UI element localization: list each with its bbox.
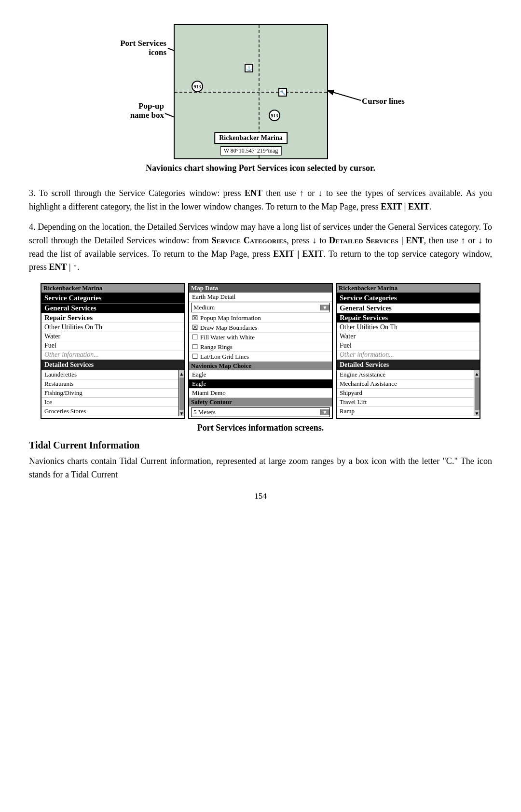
coords-box: W 80°10.547' 219°mag: [220, 146, 282, 155]
safety-header: Safety Contour: [189, 398, 332, 406]
panel-right: Rickenbacker Marina Service Categories G…: [336, 283, 480, 419]
svg-text:Pop-up: Pop-up: [138, 101, 164, 111]
road-label-2: 913: [269, 110, 280, 121]
safety-value: 5 Meters: [192, 408, 320, 417]
checkbox-popup-icon: [192, 314, 198, 322]
panel-left-item-water[interactable]: Water: [41, 332, 184, 341]
body-paragraph-2: 4. Depending on the location, the Detail…: [29, 221, 492, 275]
panels-caption: Port Services information screens.: [29, 423, 492, 433]
panel-right-item-water[interactable]: Water: [337, 332, 480, 341]
panel-middle-checkbox-2[interactable]: Draw Map Boundaries: [189, 323, 332, 333]
panel-right-header: Service Categories: [337, 293, 480, 304]
panel-left-detail-3[interactable]: Fishing/Diving: [41, 389, 178, 398]
port-service-icon-2: 🔧: [278, 88, 287, 97]
marina-name-box: Rickenbacker Marina: [214, 132, 288, 144]
checkbox-lat-label: Lat/Lon Grid Lines: [200, 353, 249, 361]
panel-left-scrollbar[interactable]: ▲ ▼: [178, 370, 184, 416]
panel-middle-earth-select[interactable]: Medium ▼: [191, 303, 330, 312]
panel-right-item-other2: Other information...: [337, 350, 480, 360]
panel-left-detail-5[interactable]: Groceries Stores: [41, 407, 178, 416]
panel-left-item-general[interactable]: General Services: [41, 304, 184, 313]
panel-left-item-other2: Other information...: [41, 350, 184, 360]
panels-wrapper: Rickenbacker Marina Service Categories G…: [29, 283, 492, 419]
scroll-right-down-arrow[interactable]: ▼: [475, 411, 480, 416]
checkbox-draw-icon: [192, 323, 198, 332]
panel-right-scrollbar[interactable]: ▲ ▼: [474, 370, 480, 416]
panel-left-detail-1[interactable]: Launderettes: [41, 370, 178, 379]
panel-middle-earth-value: Medium: [192, 303, 320, 312]
svg-line-7: [328, 91, 361, 100]
panel-left-header: Service Categories: [41, 293, 184, 304]
page-number: 154: [29, 491, 492, 501]
panel-left-detailed-header: Detailed Services: [41, 360, 184, 370]
panel-right-item-general[interactable]: General Services: [337, 304, 480, 313]
checkbox-range-icon: [192, 343, 198, 351]
scroll-up-arrow[interactable]: ▲: [179, 371, 184, 377]
panel-right-bottom-list: Engine Assistance Mechanical Assistance …: [337, 370, 480, 416]
navionics-item-3[interactable]: Miami Demo: [189, 389, 332, 398]
panel-left-item-other[interactable]: Other Utilities On Th: [41, 323, 184, 332]
panel-left-detail-4[interactable]: Ice: [41, 398, 178, 407]
panel-left-item-repair[interactable]: Repair Services: [41, 313, 184, 323]
panel-right-item-fuel[interactable]: Fuel: [337, 341, 480, 350]
svg-text:name box: name box: [130, 111, 165, 120]
panel-middle: Map Data Earth Map Detail Medium ▼ Popup…: [188, 283, 333, 419]
tidal-heading: Tidal Current Information: [29, 440, 492, 451]
panel-middle-checkbox-4[interactable]: Range Rings: [189, 342, 332, 352]
panel-right-detail-5[interactable]: Ramp: [337, 407, 474, 416]
scroll-down-arrow[interactable]: ▼: [179, 411, 184, 416]
svg-text:Cursor lines: Cursor lines: [362, 97, 405, 106]
diagram-caption: Navionics chart showing Port Services ic…: [146, 163, 375, 173]
safety-select[interactable]: 5 Meters ▼: [191, 407, 330, 417]
svg-text:icons: icons: [149, 48, 166, 57]
diagram-section: Port Services icons Pop-up name box Curs…: [29, 19, 492, 178]
body-paragraph-1: 3. To scroll through the Service Categor…: [29, 187, 492, 214]
scroll-right-up-arrow[interactable]: ▲: [475, 371, 480, 377]
panel-left-detailed-items: Launderettes Restaurants Fishing/Diving …: [41, 370, 178, 416]
panel-middle-checkbox-3[interactable]: Fill Water with White: [189, 333, 332, 342]
panel-right-detail-2[interactable]: Mechanical Assistance: [337, 379, 474, 389]
panel-right-detailed-header: Detailed Services: [337, 360, 480, 370]
panel-right-item-other[interactable]: Other Utilities On Th: [337, 323, 480, 332]
panel-middle-checkbox-5[interactable]: Lat/Lon Grid Lines: [189, 352, 332, 362]
tidal-body: Navionics charts contain Tidal Current i…: [29, 455, 492, 482]
panel-right-detail-4[interactable]: Travel Lift: [337, 398, 474, 407]
panel-left-title: Rickenbacker Marina: [41, 284, 184, 293]
panel-right-detailed-items: Engine Assistance Mechanical Assistance …: [337, 370, 474, 416]
diagram-container: Port Services icons Pop-up name box Curs…: [92, 19, 429, 159]
panel-left-detail-2[interactable]: Restaurants: [41, 379, 178, 389]
panel-middle-checkbox-1[interactable]: Popup Map Information: [189, 313, 332, 323]
panel-right-title: Rickenbacker Marina: [337, 284, 480, 293]
panel-right-detail-3[interactable]: Shipyard: [337, 389, 474, 398]
panel-left-item-fuel[interactable]: Fuel: [41, 341, 184, 350]
panel-right-detail-1[interactable]: Engine Assistance: [337, 370, 474, 379]
checkbox-draw-label: Draw Map Boundaries: [200, 324, 257, 332]
svg-text:Port Services: Port Services: [120, 39, 166, 48]
panel-middle-earth-label: Earth Map Detail: [189, 293, 332, 302]
panel-right-item-repair[interactable]: Repair Services: [337, 313, 480, 323]
navionics-header: Navionics Map Choice: [189, 362, 332, 370]
navionics-item-2[interactable]: Eagle: [189, 379, 332, 389]
navionics-item-1[interactable]: Eagle: [189, 370, 332, 379]
checkbox-popup-label: Popup Map Information: [200, 314, 261, 322]
map-diagram: 913 913 ⚓ 🔧 Rickenbacker Marina W 80°10.…: [174, 24, 328, 159]
checkbox-fill-icon: [192, 333, 198, 341]
port-service-icon-1: ⚓: [245, 64, 253, 72]
road-label-1: 913: [192, 81, 203, 92]
panel-middle-earth-dropdown[interactable]: ▼: [320, 305, 329, 310]
checkbox-range-label: Range Rings: [200, 343, 233, 351]
checkbox-fill-label: Fill Water with White: [200, 334, 255, 341]
panel-middle-title: Map Data: [189, 284, 332, 293]
panel-left: Rickenbacker Marina Service Categories G…: [41, 283, 185, 419]
safety-dropdown[interactable]: ▼: [320, 409, 329, 415]
checkbox-lat-icon: [192, 352, 198, 361]
panel-left-bottom-list: Launderettes Restaurants Fishing/Diving …: [41, 370, 184, 416]
